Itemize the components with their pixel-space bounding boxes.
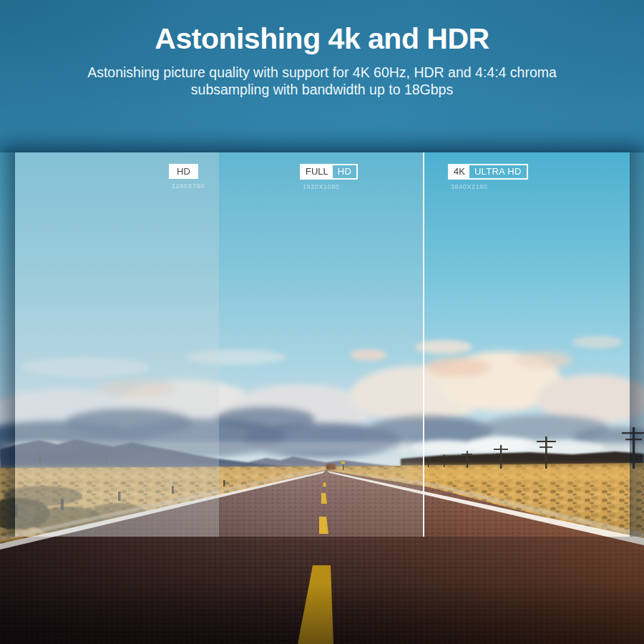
fullhd-resolution-label: 1920X1080 — [300, 183, 358, 190]
uhd-label-group: 4K ULTRA HD 3840X2160 — [448, 164, 528, 190]
uhd-resolution-label: 3840X2160 — [448, 183, 528, 190]
page-title: Astonishing 4k and HDR — [0, 24, 644, 54]
fullhd-badge-primary: FULL — [301, 165, 333, 178]
subtitle-line-2: subsampling with bandwidth up to 18Gbps — [79, 81, 565, 98]
fullhd-label-group: FULL HD 1920X1080 — [300, 164, 358, 190]
uhd-badge-primary: 4K — [449, 165, 469, 178]
subtitle: Astonishing picture quality with support… — [79, 64, 565, 98]
marketing-banner: Astonishing 4k and HDR Astonishing pictu… — [0, 0, 644, 644]
uhd-badge: 4K ULTRA HD — [448, 164, 528, 180]
resolution-comparison-image: HD 1280X760 FULL HD 1920X1080 4K ULTRA H… — [0, 152, 644, 644]
hd-label-group: HD 1280X760 — [169, 164, 205, 190]
fullhd-badge: FULL HD — [300, 164, 358, 180]
subtitle-line-1: Astonishing picture quality with support… — [79, 64, 565, 81]
hd-badge: HD — [169, 164, 198, 179]
hd-resolution-label: 1280X760 — [169, 182, 205, 190]
desert-highway-scene — [0, 152, 644, 644]
fullhd-badge-secondary: HD — [333, 165, 356, 178]
distant-truck — [326, 464, 336, 470]
hero-text-block: Astonishing 4k and HDR Astonishing pictu… — [0, 0, 644, 98]
uhd-badge-secondary: ULTRA HD — [469, 165, 527, 178]
